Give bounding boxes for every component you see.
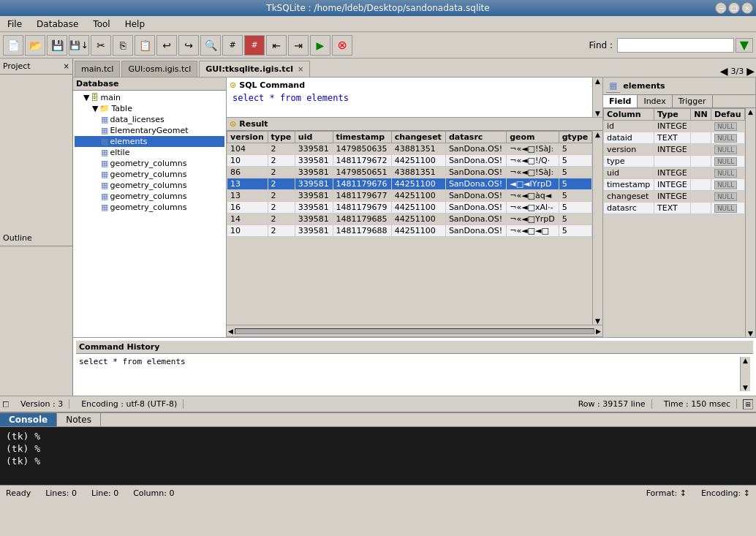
tab-gui-osm[interactable]: GUI:osm.igis.tcl — [121, 61, 197, 77]
paste-button[interactable]: 📋 — [135, 35, 155, 56]
statusbar-settings[interactable]: ⊞ — [743, 399, 753, 409]
tree-item-geometry1[interactable]: ▦ geometry_columns — [75, 158, 224, 169]
field-cell-type: INTEGE — [654, 121, 691, 132]
result-scroll-down[interactable]: ▼ — [595, 317, 600, 325]
result-row[interactable]: 1042339581147985063543881351SanDona.OS!¬… — [227, 143, 592, 155]
result-cell-uid: 339581 — [295, 143, 333, 155]
field-row[interactable]: changesetINTEGENULL — [604, 191, 745, 203]
tree-item-elements[interactable]: ▦ elements — [75, 136, 224, 147]
result-cell-uid: 339581 — [295, 214, 333, 225]
tree-item-main[interactable]: ▼ 🗄 main — [75, 92, 224, 103]
tab-main-tcl[interactable]: main.tcl — [75, 61, 120, 77]
tree-item-eltile[interactable]: ▦ eltile — [75, 147, 224, 158]
maximize-button[interactable]: □ — [728, 2, 740, 14]
result-scroll-up[interactable]: ▲ — [595, 131, 600, 138]
tree-item-data-licenses[interactable]: ▦ data_licenses — [75, 114, 224, 125]
tree-item-geometry2[interactable]: ▦ geometry_columns — [75, 169, 224, 180]
result-scrollbar-v[interactable]: ▲ ▼ — [592, 131, 602, 325]
menu-tool[interactable]: Tool — [88, 18, 114, 30]
result-row[interactable]: 132339581148117967744251100SanDona.OS!¬«… — [227, 190, 592, 202]
result-row[interactable]: 132339581148117967644251100SanDona.OS!◄□… — [227, 178, 592, 190]
cut-button[interactable]: ✂ — [91, 35, 111, 56]
field-table-container[interactable]: Column Type NN Defau idINTEGENULLdataidT… — [603, 108, 745, 337]
result-table-container[interactable]: version type uid timestamp changeset dat… — [227, 131, 592, 325]
result-cell-datasrc: SanDona.OS! — [445, 178, 506, 190]
tree-item-elementary[interactable]: ▦ ElementaryGeomet — [75, 125, 224, 136]
tab-close-button[interactable]: × — [298, 65, 303, 73]
tab-nav: ◀ 3/3 ▶ — [720, 65, 755, 77]
console-tab-console[interactable]: Console — [0, 413, 57, 426]
field-cell-nn — [691, 203, 711, 214]
copy-button[interactable]: ⎘ — [113, 35, 133, 56]
result-row[interactable]: 102339581148117967244251100SanDona.OS!¬«… — [227, 155, 592, 167]
tab-gui-tksqlite[interactable]: GUI:tksqlite.igis.tcl × — [199, 61, 310, 77]
result-area: ⊙ Result version type uid — [227, 118, 602, 337]
undo-button[interactable]: ↩ — [156, 35, 177, 56]
tab-main-tcl-label: main.tcl — [81, 64, 113, 74]
field-row[interactable]: dataidTEXTNULL — [604, 132, 745, 144]
tab-next-button[interactable]: ▶ — [746, 65, 755, 77]
find-input[interactable] — [617, 38, 734, 53]
sql-text[interactable]: select * from elements — [230, 91, 600, 105]
field-row[interactable]: uidINTEGENULL — [604, 167, 745, 179]
close-button[interactable]: × — [741, 2, 753, 14]
outdent-button[interactable]: ⇥ — [288, 35, 309, 56]
result-scroll-left[interactable]: ◀ — [228, 328, 233, 335]
table-icon6: ▦ — [101, 170, 108, 179]
redo-button[interactable]: ↪ — [178, 35, 199, 56]
search-button[interactable]: 🔍 — [200, 35, 221, 56]
result-cell-datasrc: SanDona.OS! — [445, 214, 506, 225]
new-button[interactable]: 📄 — [3, 35, 23, 56]
result-row[interactable]: 162339581148117967944251100SanDona.OS!¬«… — [227, 202, 592, 214]
tree-item-geometry3[interactable]: ▦ geometry_columns — [75, 180, 224, 191]
sql-scroll-up[interactable]: ▲ — [595, 78, 600, 85]
field-scroll-down[interactable]: ▼ — [748, 330, 753, 337]
save-button[interactable]: 💾 — [47, 35, 67, 56]
indent-button[interactable]: ⇤ — [266, 35, 287, 56]
project-close-button[interactable]: × — [64, 62, 69, 70]
run-button[interactable]: ▶ — [310, 35, 330, 56]
history-scroll-up[interactable]: ▲ — [743, 357, 748, 364]
sql-scroll-down[interactable]: ▼ — [595, 110, 600, 117]
field-row[interactable]: datasrcTEXTNULL — [604, 203, 745, 214]
tree-item-geometry4[interactable]: ▦ geometry_columns — [75, 191, 224, 202]
field-tab-trigger[interactable]: Trigger — [673, 95, 713, 107]
console-tab-notes[interactable]: Notes — [57, 413, 101, 426]
field-row[interactable]: versionINTEGENULL — [604, 144, 745, 156]
tree-item-geometry5[interactable]: ▦ geometry_columns — [75, 202, 224, 213]
result-cell-timestamp: 1481179676 — [333, 178, 391, 190]
field-row[interactable]: typeNULL — [604, 156, 745, 167]
field-scroll-up[interactable]: ▲ — [748, 108, 753, 116]
result-cell-version: 14 — [227, 214, 268, 225]
result-row[interactable]: 102339581148117968844251100SanDona.OS!¬«… — [227, 225, 592, 237]
field-row[interactable]: idINTEGENULL — [604, 121, 745, 132]
menu-file[interactable]: File — [3, 18, 26, 30]
field-tab-field[interactable]: Field — [603, 95, 638, 107]
result-row[interactable]: 142339581148117968544251100SanDona.OS!¬«… — [227, 214, 592, 225]
tree-item-table-folder[interactable]: ▼ 📁 Table — [75, 103, 224, 114]
result-row[interactable]: 862339581147985065143881351SanDona.OS!¬«… — [227, 167, 592, 178]
menu-database[interactable]: Database — [32, 18, 83, 30]
field-tab-index[interactable]: Index — [638, 95, 672, 107]
history-text[interactable]: select * from elements — [79, 357, 740, 391]
field-row[interactable]: timestampINTEGENULL — [604, 179, 745, 191]
status-time: Time : 150 msec — [658, 399, 737, 409]
menu-help[interactable]: Help — [121, 18, 149, 30]
minimize-button[interactable]: − — [715, 2, 727, 14]
result-scroll-right[interactable]: ▶ — [596, 328, 601, 335]
result-scrollbar-h[interactable]: ◀ ▶ — [227, 325, 602, 336]
save-as-button[interactable]: 💾↓ — [69, 35, 89, 56]
statusbar-scroll-left[interactable] — [3, 401, 9, 407]
result-cell-datasrc: SanDona.OS! — [445, 225, 506, 237]
field-scrollbar[interactable]: ▲ ▼ — [745, 108, 755, 337]
tab-prev-button[interactable]: ◀ — [720, 65, 728, 77]
stop-button[interactable]: ⊗ — [332, 35, 352, 56]
sql-scrollbar[interactable]: ▲ ▼ — [592, 78, 602, 117]
hash-button[interactable]: # — [222, 35, 243, 56]
open-button[interactable]: 📂 — [25, 35, 45, 56]
result-cell-uid: 339581 — [295, 167, 333, 178]
hash2-button[interactable]: # — [244, 35, 265, 56]
history-scrollbar[interactable]: ▲ ▼ — [740, 357, 750, 391]
history-scroll-down[interactable]: ▼ — [743, 384, 748, 391]
find-go-button[interactable]: ▼ — [736, 38, 753, 53]
